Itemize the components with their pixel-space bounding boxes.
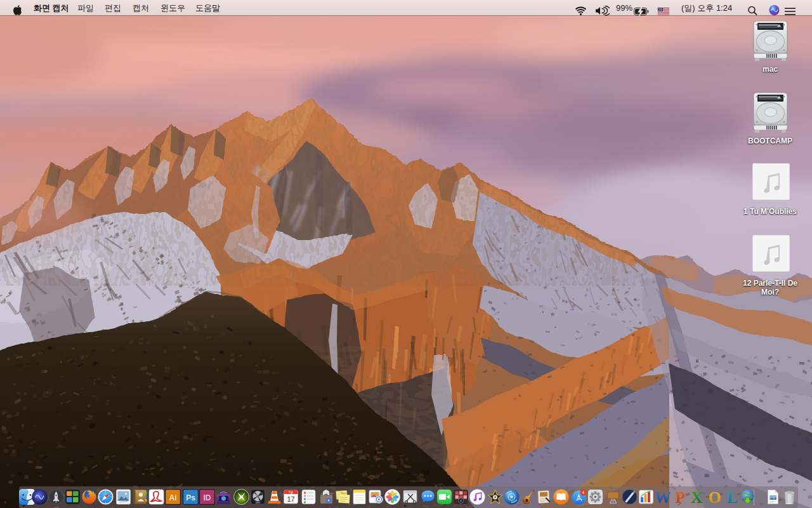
svg-text:Ps: Ps — [186, 493, 195, 502]
svg-text:Ai: Ai — [169, 493, 177, 502]
svg-text:7월: 7월 — [289, 491, 293, 494]
svg-text:P: P — [676, 489, 686, 505]
svg-text:W: W — [655, 489, 671, 505]
svg-text:17: 17 — [287, 495, 294, 503]
svg-text:ID: ID — [204, 493, 211, 502]
svg-text:4: 4 — [582, 490, 585, 495]
svg-text:Plans: Plans — [341, 492, 346, 495]
svg-text:X: X — [691, 489, 703, 505]
svg-text:L: L — [727, 489, 738, 505]
svg-text:O: O — [708, 489, 721, 505]
